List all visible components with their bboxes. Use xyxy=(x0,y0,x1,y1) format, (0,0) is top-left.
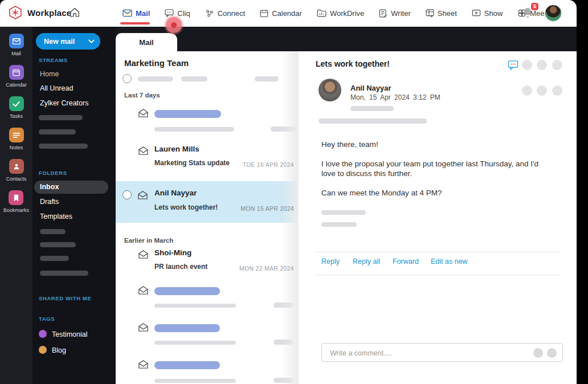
sidebar-item-all-unread[interactable]: All Unread xyxy=(40,84,73,92)
mail-list-item-anil-nayyar-selected[interactable]: Anil Nayyar Lets work together! MON 15 A… xyxy=(116,181,298,223)
mail-open-icon xyxy=(137,190,148,200)
sent-datetime: Mon, 15 Apr 2024 3:12 PM xyxy=(350,93,440,101)
contacts-app-icon xyxy=(9,159,24,174)
mail-app-icon xyxy=(9,34,24,48)
new-mail-label: New mail xyxy=(44,38,75,46)
comment-input[interactable] xyxy=(329,344,502,362)
nav-item-mail[interactable]: Mail xyxy=(122,0,150,26)
mail-tab-label: Mail xyxy=(139,38,153,47)
cliq-icon xyxy=(165,9,174,17)
bookmarks-app-icon xyxy=(9,190,23,205)
rail-item-notes[interactable]: Notes xyxy=(9,128,24,150)
header-action-placeholder[interactable] xyxy=(552,60,562,70)
folders-section-label: FOLDERS xyxy=(39,170,67,176)
message-action-placeholder[interactable] xyxy=(552,85,562,96)
mail-nav-icon xyxy=(122,9,132,17)
nav-label: Show xyxy=(484,9,503,18)
sidebar-item-home[interactable]: Home xyxy=(40,70,59,78)
app-rail: Mail Calendar Tasks Notes Contacts xyxy=(0,26,32,384)
rail-item-contacts[interactable]: Contacts xyxy=(6,159,27,182)
top-bar: Workplace Mail Cliq xyxy=(0,0,577,27)
sidebar-item-tag-blog[interactable]: Blog xyxy=(52,346,66,354)
writer-icon xyxy=(379,9,387,18)
brand[interactable]: Workplace xyxy=(8,5,71,20)
mail-open-icon xyxy=(138,146,149,156)
mail-subject: Marketing Stats update xyxy=(154,159,230,167)
notifications-button[interactable]: 5 xyxy=(522,6,534,20)
tag-color-dot-testimonial xyxy=(39,330,47,338)
mail-detail-subject: Lets work together! xyxy=(316,59,390,68)
skeleton-bar xyxy=(350,106,394,111)
content-header-band xyxy=(116,26,577,51)
body-paragraph: Can we meet the Monday at 4 PM? xyxy=(321,188,550,198)
rail-item-bookmarks[interactable]: Bookmarks xyxy=(3,190,29,213)
message-action-placeholder[interactable] xyxy=(522,85,532,96)
skeleton-bar xyxy=(39,115,83,120)
rail-label: Bookmarks xyxy=(3,207,29,213)
skeleton-bar xyxy=(40,271,88,276)
nav-item-sheet[interactable]: Sheet xyxy=(426,0,457,26)
comments-icon[interactable] xyxy=(508,60,518,71)
rail-item-tasks[interactable]: Tasks xyxy=(9,96,24,119)
mail-tab[interactable]: Mail xyxy=(116,33,177,51)
tags-section-label: TAGS xyxy=(39,316,55,322)
forward-link[interactable]: Forward xyxy=(393,258,419,265)
nav-label: Cliq xyxy=(177,9,190,18)
notification-badge: 5 xyxy=(531,3,538,10)
sidebar-item-inbox[interactable]: Inbox xyxy=(40,183,59,191)
edit-as-new-link[interactable]: Edit as new xyxy=(431,258,468,265)
home-button[interactable] xyxy=(68,6,81,21)
rail-label: Calendar xyxy=(6,82,27,88)
mail-select-checkbox[interactable] xyxy=(122,190,132,199)
reply-link[interactable]: Reply xyxy=(321,258,340,265)
skeleton-bar xyxy=(39,129,76,134)
tag-color-dot-blog xyxy=(39,346,47,354)
sender-avatar xyxy=(318,79,341,101)
mail-open-icon xyxy=(138,108,149,118)
mail-sender: Lauren Mills xyxy=(154,145,199,153)
nav-item-calendar[interactable]: Calendar xyxy=(260,0,302,26)
nav-item-show[interactable]: Show xyxy=(472,0,503,26)
mail-date: MON 22 MAR 2024 xyxy=(239,265,294,272)
mail-date: MON 15 APR 2024 xyxy=(240,205,294,212)
onboarding-pulse-dot[interactable] xyxy=(166,17,182,33)
mail-sender: Anil Nayyar xyxy=(154,189,197,197)
sidebar-item-templates[interactable]: Templates xyxy=(40,213,72,220)
group-label-earlier: Earlier in March xyxy=(124,237,173,244)
group-label-recent: Last 7 days xyxy=(124,92,160,99)
skeleton-bar xyxy=(154,287,220,295)
comment-action-placeholder[interactable] xyxy=(547,348,557,358)
skeleton-bar xyxy=(154,304,236,308)
rail-label: Contacts xyxy=(6,176,27,182)
mail-date: TUE 16 APR 2024 xyxy=(243,161,294,168)
message-action-placeholder[interactable] xyxy=(537,85,547,96)
nav-item-writer[interactable]: Writer xyxy=(379,0,410,26)
reply-all-link[interactable]: Reply all xyxy=(353,258,380,265)
sender-name: Anil Nayyar xyxy=(350,84,391,92)
nav-item-connect[interactable]: Connect xyxy=(205,0,245,26)
mail-open-icon xyxy=(138,285,149,295)
mail-subject: Lets work together! xyxy=(154,203,218,211)
user-avatar[interactable] xyxy=(545,5,562,22)
sidebar-item-zylker-creators[interactable]: Zylker Creators xyxy=(40,99,88,107)
sidebar-item-drafts[interactable]: Drafts xyxy=(40,198,59,206)
skeleton-bar xyxy=(40,242,76,247)
skeleton-bar xyxy=(321,210,366,215)
comment-action-placeholder[interactable] xyxy=(533,348,543,358)
body-paragraph: Hey there, team! xyxy=(321,140,550,149)
skeleton-bar xyxy=(318,119,427,124)
divider xyxy=(316,252,560,252)
nav-label: Sheet xyxy=(438,9,457,18)
header-action-placeholder[interactable] xyxy=(537,60,547,70)
select-all-checkbox[interactable] xyxy=(122,74,132,83)
show-icon xyxy=(472,9,481,17)
sidebar-item-tag-testimonial[interactable]: Testimonial xyxy=(52,330,88,338)
header-action-placeholder[interactable] xyxy=(522,60,532,70)
rail-label: Tasks xyxy=(10,113,23,119)
rail-item-calendar[interactable]: Calendar xyxy=(6,65,27,88)
rail-item-mail[interactable]: Mail xyxy=(9,34,24,56)
mail-sidebar: New mail STREAMS Home All Unread Zylker … xyxy=(32,26,116,384)
new-mail-button[interactable]: New mail xyxy=(36,33,100,50)
nav-item-workdrive[interactable]: WorkDrive xyxy=(317,0,364,26)
sheet-icon xyxy=(426,9,434,18)
